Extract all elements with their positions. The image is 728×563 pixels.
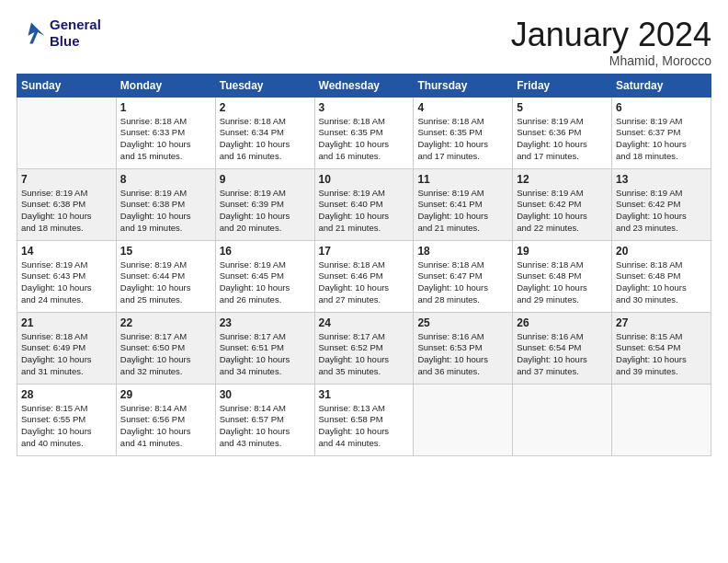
header-row-days: Sunday Monday Tuesday Wednesday Thursday… xyxy=(17,74,711,97)
day-number: 4 xyxy=(417,101,508,114)
table-row: 10Sunrise: 8:19 AM Sunset: 6:40 PM Dayli… xyxy=(314,168,414,240)
logo-icon xyxy=(17,20,46,46)
day-number: 11 xyxy=(417,173,508,186)
day-number: 14 xyxy=(21,245,112,258)
calendar-table: Sunday Monday Tuesday Wednesday Thursday… xyxy=(17,74,711,456)
day-number: 21 xyxy=(21,316,112,329)
col-sunday: Sunday xyxy=(17,74,117,97)
table-row: 5Sunrise: 8:19 AM Sunset: 6:36 PM Daylig… xyxy=(513,97,612,168)
table-row: 1Sunrise: 8:18 AM Sunset: 6:33 PM Daylig… xyxy=(116,97,215,168)
month-title: January 2024 xyxy=(511,17,711,53)
day-info: Sunrise: 8:18 AM Sunset: 6:48 PM Dayligh… xyxy=(517,259,608,306)
day-info: Sunrise: 8:19 AM Sunset: 6:41 PM Dayligh… xyxy=(417,188,508,235)
week-row-5: 28Sunrise: 8:15 AM Sunset: 6:55 PM Dayli… xyxy=(17,384,711,455)
day-number: 7 xyxy=(21,173,112,186)
location-subtitle: Mhamid, Morocco xyxy=(511,53,711,68)
day-number: 10 xyxy=(319,173,410,186)
table-row: 28Sunrise: 8:15 AM Sunset: 6:55 PM Dayli… xyxy=(17,384,117,455)
table-row: 29Sunrise: 8:14 AM Sunset: 6:56 PM Dayli… xyxy=(116,384,215,455)
table-row: 11Sunrise: 8:19 AM Sunset: 6:41 PM Dayli… xyxy=(414,168,513,240)
table-row: 31Sunrise: 8:13 AM Sunset: 6:58 PM Dayli… xyxy=(314,384,414,455)
day-info: Sunrise: 8:19 AM Sunset: 6:44 PM Dayligh… xyxy=(120,259,211,306)
table-row: 4Sunrise: 8:18 AM Sunset: 6:35 PM Daylig… xyxy=(414,97,513,168)
day-info: Sunrise: 8:15 AM Sunset: 6:54 PM Dayligh… xyxy=(616,331,707,378)
day-number: 29 xyxy=(120,388,211,401)
day-number: 1 xyxy=(120,101,211,114)
day-number: 19 xyxy=(517,245,608,258)
col-wednesday: Wednesday xyxy=(314,74,414,97)
day-number: 15 xyxy=(120,245,211,258)
day-number: 12 xyxy=(517,173,608,186)
week-row-4: 21Sunrise: 8:18 AM Sunset: 6:49 PM Dayli… xyxy=(17,312,711,384)
day-info: Sunrise: 8:18 AM Sunset: 6:48 PM Dayligh… xyxy=(616,259,707,306)
col-tuesday: Tuesday xyxy=(215,74,314,97)
table-row xyxy=(17,97,117,168)
table-row: 22Sunrise: 8:17 AM Sunset: 6:50 PM Dayli… xyxy=(116,312,215,384)
col-friday: Friday xyxy=(513,74,612,97)
logo-line1: General xyxy=(50,17,101,32)
day-info: Sunrise: 8:19 AM Sunset: 6:43 PM Dayligh… xyxy=(21,259,112,306)
day-info: Sunrise: 8:19 AM Sunset: 6:37 PM Dayligh… xyxy=(616,116,707,163)
day-number: 22 xyxy=(120,316,211,329)
table-row: 18Sunrise: 8:18 AM Sunset: 6:47 PM Dayli… xyxy=(414,240,513,312)
day-info: Sunrise: 8:18 AM Sunset: 6:49 PM Dayligh… xyxy=(21,331,112,378)
table-row xyxy=(513,384,612,455)
day-info: Sunrise: 8:14 AM Sunset: 6:57 PM Dayligh… xyxy=(220,403,311,450)
header-row: General Blue January 2024 Mhamid, Morocc… xyxy=(17,17,711,68)
day-number: 18 xyxy=(417,245,508,258)
col-monday: Monday xyxy=(116,74,215,97)
week-row-2: 7Sunrise: 8:19 AM Sunset: 6:38 PM Daylig… xyxy=(17,168,711,240)
day-info: Sunrise: 8:18 AM Sunset: 6:33 PM Dayligh… xyxy=(120,116,211,163)
table-row: 25Sunrise: 8:16 AM Sunset: 6:53 PM Dayli… xyxy=(414,312,513,384)
day-info: Sunrise: 8:18 AM Sunset: 6:35 PM Dayligh… xyxy=(319,116,410,163)
table-row: 24Sunrise: 8:17 AM Sunset: 6:52 PM Dayli… xyxy=(314,312,414,384)
table-row xyxy=(612,384,711,455)
day-number: 5 xyxy=(517,101,608,114)
table-row: 30Sunrise: 8:14 AM Sunset: 6:57 PM Dayli… xyxy=(215,384,314,455)
day-number: 13 xyxy=(616,173,707,186)
table-row: 27Sunrise: 8:15 AM Sunset: 6:54 PM Dayli… xyxy=(612,312,711,384)
day-number: 2 xyxy=(220,101,311,114)
col-thursday: Thursday xyxy=(414,74,513,97)
table-row: 9Sunrise: 8:19 AM Sunset: 6:39 PM Daylig… xyxy=(215,168,314,240)
table-row: 19Sunrise: 8:18 AM Sunset: 6:48 PM Dayli… xyxy=(513,240,612,312)
day-info: Sunrise: 8:19 AM Sunset: 6:45 PM Dayligh… xyxy=(220,259,311,306)
day-info: Sunrise: 8:19 AM Sunset: 6:42 PM Dayligh… xyxy=(517,188,608,235)
table-row: 21Sunrise: 8:18 AM Sunset: 6:49 PM Dayli… xyxy=(17,312,117,384)
table-row: 15Sunrise: 8:19 AM Sunset: 6:44 PM Dayli… xyxy=(116,240,215,312)
table-row: 13Sunrise: 8:19 AM Sunset: 6:42 PM Dayli… xyxy=(612,168,711,240)
day-info: Sunrise: 8:18 AM Sunset: 6:47 PM Dayligh… xyxy=(417,259,508,306)
day-number: 28 xyxy=(21,388,112,401)
table-row: 3Sunrise: 8:18 AM Sunset: 6:35 PM Daylig… xyxy=(314,97,414,168)
day-info: Sunrise: 8:14 AM Sunset: 6:56 PM Dayligh… xyxy=(120,403,211,450)
week-row-3: 14Sunrise: 8:19 AM Sunset: 6:43 PM Dayli… xyxy=(17,240,711,312)
table-row: 20Sunrise: 8:18 AM Sunset: 6:48 PM Dayli… xyxy=(612,240,711,312)
day-number: 24 xyxy=(319,316,410,329)
day-info: Sunrise: 8:19 AM Sunset: 6:38 PM Dayligh… xyxy=(120,188,211,235)
table-row: 17Sunrise: 8:18 AM Sunset: 6:46 PM Dayli… xyxy=(314,240,414,312)
day-info: Sunrise: 8:19 AM Sunset: 6:36 PM Dayligh… xyxy=(517,116,608,163)
table-row: 16Sunrise: 8:19 AM Sunset: 6:45 PM Dayli… xyxy=(215,240,314,312)
table-row: 26Sunrise: 8:16 AM Sunset: 6:54 PM Dayli… xyxy=(513,312,612,384)
day-number: 8 xyxy=(120,173,211,186)
day-number: 27 xyxy=(616,316,707,329)
day-number: 17 xyxy=(319,245,410,258)
day-number: 16 xyxy=(220,245,311,258)
day-info: Sunrise: 8:18 AM Sunset: 6:34 PM Dayligh… xyxy=(220,116,311,163)
week-row-1: 1Sunrise: 8:18 AM Sunset: 6:33 PM Daylig… xyxy=(17,97,711,168)
title-block: January 2024 Mhamid, Morocco xyxy=(511,17,711,68)
day-info: Sunrise: 8:17 AM Sunset: 6:52 PM Dayligh… xyxy=(319,331,410,378)
table-row: 14Sunrise: 8:19 AM Sunset: 6:43 PM Dayli… xyxy=(17,240,117,312)
day-info: Sunrise: 8:16 AM Sunset: 6:53 PM Dayligh… xyxy=(417,331,508,378)
page: General Blue January 2024 Mhamid, Morocc… xyxy=(0,0,728,465)
day-info: Sunrise: 8:16 AM Sunset: 6:54 PM Dayligh… xyxy=(517,331,608,378)
day-info: Sunrise: 8:17 AM Sunset: 6:50 PM Dayligh… xyxy=(120,331,211,378)
day-number: 31 xyxy=(319,388,410,401)
table-row: 7Sunrise: 8:19 AM Sunset: 6:38 PM Daylig… xyxy=(17,168,117,240)
day-number: 25 xyxy=(417,316,508,329)
logo: General Blue xyxy=(17,17,101,50)
day-info: Sunrise: 8:18 AM Sunset: 6:35 PM Dayligh… xyxy=(417,116,508,163)
day-info: Sunrise: 8:19 AM Sunset: 6:38 PM Dayligh… xyxy=(21,188,112,235)
day-info: Sunrise: 8:18 AM Sunset: 6:46 PM Dayligh… xyxy=(319,259,410,306)
day-info: Sunrise: 8:19 AM Sunset: 6:39 PM Dayligh… xyxy=(220,188,311,235)
